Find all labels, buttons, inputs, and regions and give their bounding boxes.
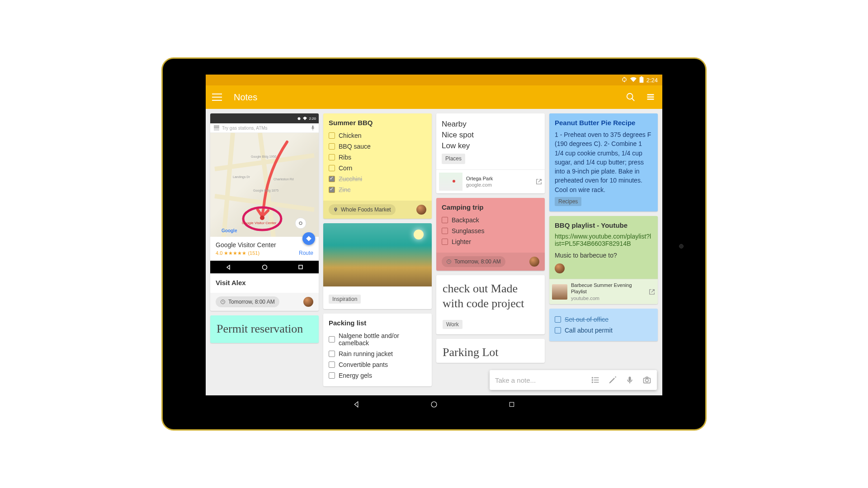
note-tag[interactable]: Inspiration bbox=[329, 295, 361, 304]
checklist-item-label: Ribs bbox=[339, 154, 351, 161]
svg-point-26 bbox=[592, 382, 593, 383]
svg-rect-6 bbox=[312, 126, 314, 129]
open-link-icon bbox=[536, 178, 542, 185]
note-parking[interactable]: Parking Lot bbox=[436, 339, 545, 363]
svg-text:Charleston Rd: Charleston Rd bbox=[274, 178, 294, 181]
recent-apps-button[interactable] bbox=[507, 399, 517, 409]
note-todo[interactable]: Set out of office Call about permit bbox=[549, 309, 658, 341]
note-camping-trip[interactable]: Camping trip Backpack Sunglasses Lighter… bbox=[436, 198, 545, 271]
note-summer-bbq[interactable]: Summer BBQ Chicken BBQ sauce Ribs Corn Z… bbox=[323, 113, 432, 219]
collaborator-avatar[interactable] bbox=[303, 297, 313, 307]
note-body: 1 - Preheat oven to 375 degrees F (190 d… bbox=[555, 130, 652, 194]
home-icon bbox=[262, 264, 268, 270]
clock-icon bbox=[220, 299, 226, 305]
checklist-item-label: Energy gels bbox=[339, 372, 372, 379]
svg-text:Google Bldg 1875: Google Bldg 1875 bbox=[253, 189, 278, 192]
note-checkout-code[interactable]: check out Made with code project Work bbox=[436, 275, 545, 334]
checklist-item-label: Chicken bbox=[339, 132, 362, 139]
collaborator-avatar[interactable] bbox=[416, 205, 426, 215]
note-tag[interactable]: Work bbox=[443, 320, 462, 329]
route-button[interactable]: Route bbox=[299, 250, 313, 256]
note-inspiration[interactable]: Inspiration bbox=[323, 223, 432, 309]
svg-point-25 bbox=[592, 380, 593, 380]
menu-icon bbox=[214, 126, 219, 130]
checklist-item-label: BBQ sauce bbox=[339, 143, 371, 150]
screen: 2:24 Notes bbox=[206, 75, 662, 413]
note-title: Summer BBQ bbox=[329, 119, 426, 127]
checklist-item-label: Convertible pants bbox=[339, 361, 388, 368]
checklist-item-label: Set out of office bbox=[565, 316, 609, 323]
svg-point-29 bbox=[646, 379, 649, 382]
svg-text:Google Bldg 1950: Google Bldg 1950 bbox=[251, 155, 276, 159]
note-line: Nearby bbox=[442, 119, 539, 130]
collaborator-avatar[interactable] bbox=[529, 257, 539, 267]
place-rating: 4.0 ★★★★★ (151) bbox=[216, 250, 259, 256]
list-icon[interactable] bbox=[591, 375, 600, 385]
note-tag[interactable]: Recipes bbox=[555, 197, 581, 206]
svg-point-24 bbox=[592, 377, 593, 378]
reminder-text: Tomorrow, 8:00 AM bbox=[228, 299, 275, 305]
reminder-chip[interactable]: Tomorrow, 8:00 AM bbox=[216, 296, 279, 307]
location-chip[interactable]: Whole Foods Market bbox=[329, 204, 396, 215]
note-title: Packing list bbox=[329, 319, 426, 327]
note-map[interactable]: 2:20 Try gas stations, ATMs bbox=[210, 113, 319, 311]
note-body: Parking Lot bbox=[436, 339, 545, 363]
reminder-text: Tomorrow, 8:00 AM bbox=[454, 258, 501, 265]
note-playlist[interactable]: BBQ playlist - Youtube https://www.youtu… bbox=[549, 216, 658, 304]
link-source: youtube.com bbox=[571, 295, 645, 301]
map-search-placeholder: Try gas stations, ATMs bbox=[222, 126, 308, 131]
note-title: Camping trip bbox=[442, 203, 539, 211]
location-icon bbox=[297, 117, 301, 121]
map-mock-time: 2:20 bbox=[309, 117, 316, 121]
collaborator-avatar[interactable] bbox=[555, 263, 565, 273]
svg-rect-27 bbox=[629, 377, 631, 381]
wifi-icon bbox=[303, 117, 307, 121]
map-drawing: Google Visitor Center Google Google Bldg… bbox=[210, 133, 319, 237]
search-button[interactable] bbox=[625, 92, 636, 103]
notes-grid: 2:20 Try gas stations, ATMs bbox=[206, 109, 662, 395]
back-icon bbox=[226, 264, 231, 270]
tablet-device-frame: 2:24 Notes bbox=[163, 59, 705, 429]
checklist-item-label: Nalgene bottle and/or camelback bbox=[339, 332, 426, 347]
svg-rect-18 bbox=[299, 265, 302, 269]
camera-icon[interactable] bbox=[642, 375, 651, 385]
note-tag[interactable]: Places bbox=[442, 154, 465, 164]
note-nearby[interactable]: Nearby Nice spot Low key Places Ortega P… bbox=[436, 113, 545, 193]
svg-rect-31 bbox=[509, 402, 514, 406]
clock-icon bbox=[446, 259, 452, 264]
note-permit[interactable]: Permit reservation bbox=[210, 315, 319, 343]
view-toggle-button[interactable] bbox=[645, 92, 656, 103]
svg-point-8 bbox=[260, 216, 264, 220]
place-name: Google Visitor Center bbox=[216, 241, 313, 249]
svg-rect-2 bbox=[647, 94, 654, 95]
directions-fab[interactable] bbox=[302, 232, 315, 245]
app-title: Notes bbox=[234, 92, 616, 103]
svg-rect-3 bbox=[647, 96, 654, 98]
compose-bar[interactable]: Take a note... bbox=[490, 370, 657, 390]
svg-text:Google: Google bbox=[222, 228, 237, 233]
note-title: BBQ playlist - Youtube bbox=[555, 221, 652, 229]
link-attachment[interactable]: Ortega Park google.com bbox=[436, 169, 545, 193]
mic-icon[interactable] bbox=[625, 375, 634, 385]
note-title: Visit Alex bbox=[216, 279, 313, 286]
home-button[interactable] bbox=[429, 399, 439, 409]
svg-line-1 bbox=[632, 99, 635, 101]
menu-button[interactable] bbox=[212, 94, 222, 101]
recent-icon bbox=[298, 264, 303, 270]
back-button[interactable] bbox=[351, 399, 361, 409]
compose-placeholder: Take a note... bbox=[495, 376, 536, 384]
checklist-item-label: Rain running jacket bbox=[339, 350, 393, 357]
svg-point-30 bbox=[431, 402, 437, 407]
battery-icon bbox=[639, 76, 644, 84]
svg-point-5 bbox=[298, 117, 301, 120]
location-text: Whole Foods Market bbox=[341, 206, 391, 213]
link-attachment[interactable]: Barbecue Summer Evening Playlist youtube… bbox=[549, 279, 658, 304]
note-packing-list[interactable]: Packing list Nalgene bottle and/or camel… bbox=[323, 314, 432, 386]
device-camera bbox=[679, 244, 684, 249]
reminder-chip[interactable]: Tomorrow, 8:00 AM bbox=[442, 256, 505, 267]
checklist-item-label: Sunglasses bbox=[452, 227, 484, 235]
note-title: Peanut Butter Pie Recipe bbox=[555, 119, 652, 127]
draw-icon[interactable] bbox=[608, 375, 617, 385]
note-recipe[interactable]: Peanut Butter Pie Recipe 1 - Preheat ove… bbox=[549, 113, 658, 211]
svg-text:Google Visitor Center: Google Visitor Center bbox=[242, 221, 277, 225]
